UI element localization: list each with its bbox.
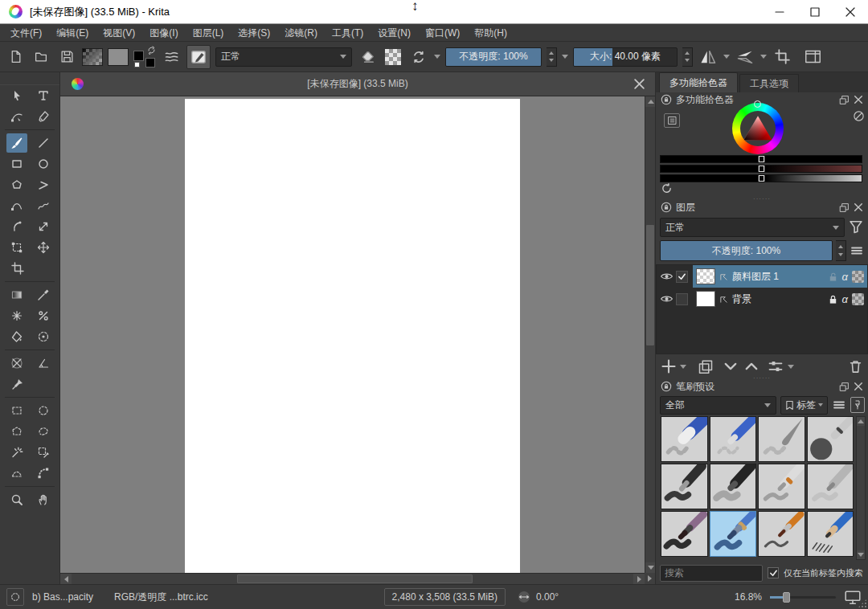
brush-preset-eraser-soft[interactable] — [710, 416, 757, 462]
brush-preset-fine-liner[interactable] — [758, 464, 805, 509]
brush-preset-eraser-block[interactable] — [661, 416, 708, 462]
brush-search-input[interactable] — [660, 565, 763, 582]
chevron-down-icon[interactable] — [788, 365, 794, 369]
swap-colors-icon[interactable] — [147, 46, 156, 55]
layer-row-paint[interactable]: 颜料图层 1 α — [657, 265, 867, 288]
close-button[interactable] — [833, 0, 868, 23]
menu-settings[interactable]: 设置(N) — [371, 24, 418, 42]
lock-docker-icon[interactable] — [661, 381, 672, 392]
smart-patch-tool[interactable] — [33, 306, 54, 325]
freehand-select-tool[interactable] — [33, 422, 54, 441]
layer-blend-mode-combo[interactable]: 正常 — [660, 218, 845, 237]
menu-layer[interactable]: 图层(L) — [186, 24, 231, 42]
canvas-rotation[interactable]: 0.00° — [517, 590, 559, 604]
scroll-down-arrow[interactable] — [857, 550, 865, 559]
menu-image[interactable]: 图像(I) — [142, 24, 185, 42]
brush-preset-dark-brush[interactable] — [661, 511, 708, 557]
ellipse-tool[interactable] — [33, 154, 54, 174]
menu-filter[interactable]: 滤镜(R) — [277, 24, 325, 42]
layer-select-checkbox[interactable] — [676, 293, 688, 305]
layer-menu-icon[interactable] — [850, 244, 864, 257]
brush-filter-combo[interactable]: 全部 — [660, 396, 776, 415]
chevron-down-icon[interactable] — [680, 365, 686, 369]
lock-docker-icon[interactable] — [661, 202, 672, 213]
add-layer-button[interactable] — [661, 358, 677, 374]
rectangle-tool[interactable] — [6, 154, 27, 174]
foreground-background-colors[interactable] — [133, 46, 156, 68]
brush-preview-button[interactable] — [6, 588, 24, 606]
pattern-chooser[interactable] — [108, 48, 129, 66]
mirror-vertical-button[interactable] — [735, 47, 755, 67]
shade-strip[interactable] — [660, 174, 862, 182]
multibrush-tool[interactable] — [33, 217, 54, 236]
rect-select-tool[interactable] — [6, 401, 27, 420]
color-wheel[interactable] — [732, 103, 784, 154]
menu-help[interactable]: 帮助(H) — [467, 24, 514, 42]
blend-mode-combo[interactable]: 正常 — [215, 47, 352, 67]
inherit-alpha-icon[interactable] — [852, 293, 864, 305]
canvas-page[interactable] — [185, 99, 520, 573]
brush-preset-pencil[interactable] — [807, 511, 854, 557]
move-tool[interactable] — [33, 238, 54, 257]
scroll-right-arrow[interactable] — [633, 574, 645, 585]
color-profile-label[interactable]: RGB/透明度 ...btrc.icc — [114, 591, 208, 604]
move-layer-up-button[interactable] — [743, 358, 760, 374]
select-shapes-tool[interactable] — [6, 86, 27, 105]
color-history-icon[interactable] — [661, 182, 673, 194]
layer-alpha-icon[interactable]: α — [842, 293, 848, 305]
layer-select-checkbox[interactable] — [676, 271, 688, 283]
toolbox-drag-handle[interactable] — [0, 72, 59, 85]
polyline-tool[interactable] — [33, 175, 54, 194]
zoom-tool[interactable] — [6, 490, 27, 509]
close-docker-icon[interactable] — [854, 95, 863, 104]
no-color-icon[interactable] — [853, 110, 865, 122]
brush-preset-smudge[interactable] — [758, 416, 805, 462]
measure-tool[interactable] — [33, 354, 54, 373]
new-document-button[interactable] — [5, 47, 26, 67]
brush-preset-marker[interactable] — [710, 464, 757, 509]
size-spinner[interactable] — [682, 47, 693, 67]
float-docker-icon[interactable] — [839, 202, 850, 213]
tab-color-selector[interactable]: 多功能拾色器 — [659, 72, 738, 92]
bezier-select-tool[interactable] — [6, 464, 27, 483]
edit-shapes-tool[interactable] — [6, 107, 27, 126]
ellipse-select-tool[interactable] — [33, 401, 54, 420]
crop-tool[interactable] — [7, 259, 28, 278]
reset-colors-icon[interactable] — [134, 62, 140, 67]
foreground-color-swatch[interactable] — [133, 51, 144, 61]
contiguous-select-tool[interactable] — [6, 443, 27, 462]
assistants-tool[interactable] — [6, 354, 27, 373]
shade-strip[interactable] — [660, 155, 862, 163]
text-tool[interactable] — [33, 86, 54, 105]
layer-thumbnail[interactable] — [696, 291, 715, 307]
shade-strip[interactable] — [660, 165, 862, 173]
size-slider[interactable]: 大小: 40.00 像素 — [573, 47, 678, 67]
line-tool[interactable] — [33, 133, 54, 153]
layer-thumbnail[interactable] — [696, 268, 715, 284]
calligraphy-tool[interactable] — [33, 107, 54, 126]
polygon-tool[interactable] — [6, 175, 27, 194]
search-scope-checkbox[interactable] — [768, 567, 779, 578]
horizontal-scroll-thumb[interactable] — [237, 574, 473, 583]
freehand-brush-tool[interactable] — [6, 133, 27, 153]
chevron-down-icon[interactable] — [562, 55, 568, 59]
scroll-left-arrow[interactable] — [60, 574, 72, 585]
layer-opacity-slider[interactable]: 不透明度: 100% — [660, 240, 833, 261]
zoom-slider-handle[interactable] — [783, 592, 790, 603]
menu-view[interactable]: 视图(V) — [96, 24, 142, 42]
horizontal-scrollbar[interactable] — [60, 573, 645, 584]
reload-preset-button[interactable] — [408, 47, 429, 67]
layer-opacity-spinner[interactable] — [836, 240, 846, 261]
display-mode-button[interactable] — [850, 397, 865, 413]
layer-alpha-icon[interactable]: α — [842, 271, 848, 283]
subwindow-close-icon[interactable] — [633, 78, 645, 90]
eraser-mode-button[interactable] — [357, 47, 378, 67]
selector-settings-button[interactable] — [664, 113, 680, 128]
mirror-horizontal-button[interactable] — [698, 47, 719, 67]
zoom-level[interactable]: 16.8% — [735, 591, 762, 603]
subwindow-titlebar[interactable]: [未保存图像] (33.5 MiB) — [60, 72, 655, 96]
workspace-chooser-button[interactable] — [802, 47, 823, 67]
layer-unlocked-icon[interactable] — [828, 272, 838, 282]
scroll-up-arrow[interactable] — [857, 417, 865, 426]
close-docker-icon[interactable] — [854, 202, 863, 212]
